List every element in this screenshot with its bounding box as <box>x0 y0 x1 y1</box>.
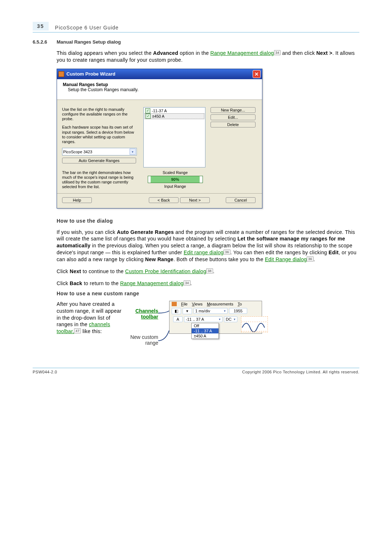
menu-tools[interactable]: To <box>238 302 242 306</box>
link-edit-range-dialog[interactable]: Edit range dialog <box>184 250 224 255</box>
ranges-listbox[interactable]: ✓ -11-37 A ✓ ±450 A <box>143 107 205 167</box>
wizard-titlebar: Custom Probe Wizard ✕ <box>57 69 262 79</box>
page-number: 35 <box>33 22 49 31</box>
wizard-instructions-1: Use the list on the right to manually co… <box>62 107 138 122</box>
wizard-right-buttons: New Range... Edit... Delete <box>211 107 254 167</box>
dropdown-option[interactable]: -11 .. 37 A <box>192 328 219 333</box>
custom-probe-wizard: Custom Probe Wizard ✕ Manual Ranges Setu… <box>57 69 262 208</box>
checkbox-icon[interactable]: ✓ <box>146 114 151 119</box>
howto-paragraph: If you wish, you can click Auto Generate… <box>57 229 359 263</box>
auto-generate-ranges-button[interactable]: Auto Generate Ranges <box>62 158 136 163</box>
channels-toolbar-preview: File Views Measurements To ◧ ▾ 1 ms/div▾… <box>169 301 262 334</box>
page-ref: 38 <box>206 268 213 274</box>
page-ref: 34 <box>184 280 191 285</box>
chevron-down-icon: ▾ <box>219 317 221 321</box>
checkbox-icon[interactable]: ✓ <box>145 108 150 113</box>
subheading-how-to-use-dialog: How to use the dialog <box>57 218 359 224</box>
footer-right: Copyright 2006 Pico Technology Limited. … <box>242 370 359 374</box>
wizard-subheading: Setup the Custom Ranges manually. <box>68 87 256 92</box>
toolbar-icon[interactable]: ◧ <box>172 308 181 314</box>
wizard-app-icon <box>58 71 64 77</box>
link-range-management-dialog[interactable]: Range Management dialog <box>211 50 274 56</box>
page-footer: PSW044-2.0 Copyright 2006 Pico Technolog… <box>33 368 359 374</box>
callout-channels-toolbar: Channels toolbar <box>122 308 158 320</box>
range-dropdown-open[interactable]: Off -11 .. 37 A ±450 A <box>191 323 219 339</box>
range-select[interactable]: -11 .. 37 A▾ <box>184 316 222 322</box>
wizard-heading: Manual Ranges Setup <box>63 82 108 87</box>
subheading-how-to-use-new-range: How to use a new custom range <box>57 291 359 296</box>
link-edit-range-dialog-2[interactable]: Edit Range dialog <box>265 256 307 262</box>
menu-bar: File Views Measurements To <box>170 301 262 307</box>
list-item[interactable]: ✓ -11-37 A <box>144 108 204 113</box>
page-ref: 36 <box>307 256 314 262</box>
page-header: 35 PicoScope 6 User Guide <box>33 22 359 33</box>
input-range-label: Input Range <box>143 184 207 189</box>
link-range-management-dialog-2[interactable]: Range Management dialog <box>120 280 184 286</box>
doc-title: PicoScope 6 User Guide <box>55 25 119 31</box>
wizard-header: Manual Ranges Setup Setup the Custom Ran… <box>57 79 262 100</box>
chevron-down-icon: ▾ <box>224 309 226 313</box>
coupling-select[interactable]: DC▾ <box>224 316 237 322</box>
page-ref: 34 <box>274 50 281 55</box>
back-button[interactable]: < Back <box>149 197 179 203</box>
dropdown-option[interactable]: Off <box>192 323 219 328</box>
section-title: Manual Ranges Setup dialog <box>57 39 121 45</box>
chevron-down-icon: ▾ <box>130 149 136 155</box>
range-demo-text: The bar on the right demonstrates how mu… <box>62 170 138 190</box>
waveform-icon <box>241 317 268 332</box>
waveform-preview <box>241 316 268 332</box>
edit-button[interactable]: Edit... <box>211 114 256 120</box>
toolbar-dropdown-icon[interactable]: ▾ <box>183 308 192 314</box>
chevron-down-icon: ▾ <box>234 317 236 321</box>
range-diagram: Scaled Range 90% Input Range <box>143 170 207 190</box>
intro-paragraph: This dialog appears when you select the … <box>57 50 359 64</box>
menu-measurements[interactable]: Measurements <box>207 302 233 306</box>
wizard-footer: Help < Back Next > Cancel <box>57 193 262 208</box>
close-icon[interactable]: ✕ <box>253 70 261 78</box>
section-number: 6.5.2.6 <box>33 39 57 45</box>
link-custom-probe-identification[interactable]: Custom Probe Identification dialog <box>125 268 206 274</box>
callout-new-custom-range: New custom range <box>122 334 158 346</box>
timebase-select[interactable]: 1 ms/div▾ <box>193 308 228 314</box>
new-range-button[interactable]: New Range... <box>211 107 256 113</box>
wizard-title: Custom Probe Wizard <box>66 71 253 77</box>
page-ref: 36 <box>224 250 230 255</box>
delete-button[interactable]: Delete <box>211 122 256 127</box>
next-button[interactable]: Next > <box>180 197 210 203</box>
help-button[interactable]: Help <box>62 197 92 203</box>
device-select[interactable]: PicoScope 3423 ▾ <box>62 148 137 155</box>
utilisation-bar: 90% <box>148 176 203 183</box>
channel-label[interactable]: A <box>173 316 183 322</box>
section-heading: 6.5.2.6 Manual Ranges Setup dialog <box>33 39 359 45</box>
utilisation-percent: 90% <box>151 176 200 183</box>
wizard-instructions-2: Each hardware scope has its own set of i… <box>62 125 138 144</box>
page-ref: 47 <box>74 328 81 333</box>
wizard-left-panel: Use the list on the right to manually co… <box>62 107 138 167</box>
menu-views[interactable]: Views <box>192 302 203 306</box>
app-icon <box>172 302 177 306</box>
footer-left: PSW044-2.0 <box>33 370 57 374</box>
menu-file[interactable]: File <box>181 302 188 306</box>
samples-field[interactable]: 1955 <box>229 308 247 314</box>
cancel-button[interactable]: Cancel <box>226 197 256 203</box>
scaled-range-label: Scaled Range <box>143 170 207 175</box>
custom-range-paragraph: After you have created a custom range, i… <box>57 301 122 335</box>
list-item[interactable]: ✓ ±450 A <box>144 113 204 119</box>
next-paragraph: Click Next to continue to the Custom Pro… <box>57 268 359 275</box>
callout-arrow-icon <box>158 309 173 352</box>
dropdown-option[interactable]: ±450 A <box>192 333 219 339</box>
back-paragraph: Click Back to return to the Range Manage… <box>57 280 359 287</box>
